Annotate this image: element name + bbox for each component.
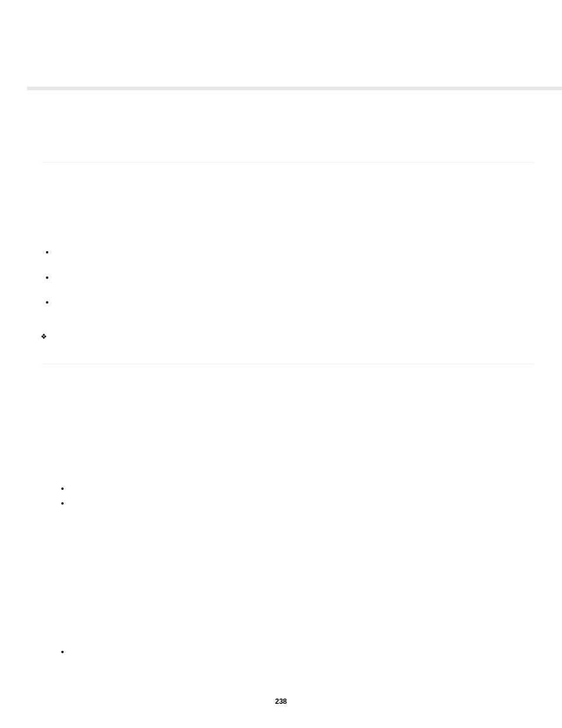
bullet-icon [61,502,64,505]
bullet-icon [46,301,48,304]
section-divider [42,364,535,364]
bullet-icon [61,651,64,653]
bullet-icon [46,251,48,253]
bullet-icon [46,276,48,279]
top-divider-bar [27,87,562,90]
bullet-icon [61,487,64,490]
diamond-icon: ❖ [41,333,47,340]
section-divider [42,162,535,163]
page-number: 238 [275,697,287,706]
